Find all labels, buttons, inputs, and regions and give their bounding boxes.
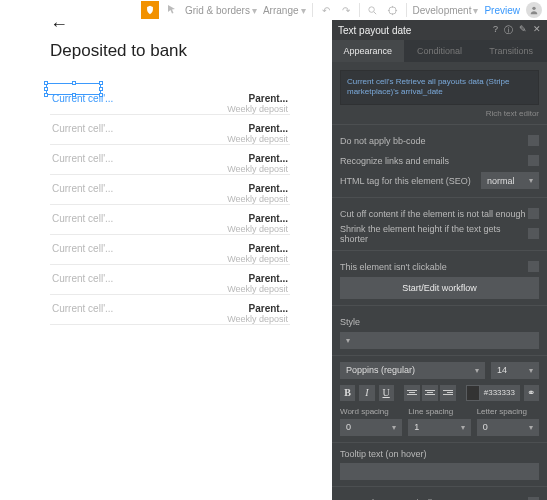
panel-header[interactable]: Text payout date ? ⓘ ✎ ✕: [332, 20, 547, 40]
divider: [332, 442, 547, 443]
checkbox-not-clickable[interactable]: [528, 261, 539, 272]
list-item-primary[interactable]: Parent...: [227, 303, 288, 314]
resize-handle-n[interactable]: [72, 81, 76, 85]
target-icon[interactable]: [386, 3, 400, 17]
divider: [332, 305, 547, 306]
divider: [332, 124, 547, 125]
list-item-left[interactable]: Current cell'...: [52, 183, 113, 194]
tab-conditional[interactable]: Conditional: [404, 40, 476, 62]
env-menu[interactable]: Development: [413, 5, 479, 16]
align-group: [404, 385, 456, 401]
checkbox-cutoff[interactable]: [528, 208, 539, 219]
label-no-bbcode: Do not apply bb-code: [340, 136, 426, 146]
color-hex-input[interactable]: #333333: [480, 385, 520, 401]
selection-outline[interactable]: [46, 83, 101, 95]
tab-transitions[interactable]: Transitions: [475, 40, 547, 62]
panel-title: Text payout date: [338, 25, 411, 36]
label-line-spacing: Line spacing: [408, 407, 470, 416]
list-item-left[interactable]: Current cell'...: [52, 273, 113, 284]
search-icon[interactable]: [366, 3, 380, 17]
workflow-button[interactable]: Start/Edit workflow: [340, 277, 539, 299]
label-tooltip: Tooltip text (on hover): [340, 449, 539, 459]
resize-handle-s[interactable]: [72, 93, 76, 97]
list-item-left[interactable]: Current cell'...: [52, 153, 113, 164]
editor-canvas: ← Deposited to bank Current cell'... Par…: [50, 14, 290, 325]
redo-icon[interactable]: ↷: [339, 3, 353, 17]
list-item-left[interactable]: Current cell'...: [52, 213, 113, 224]
list-item[interactable]: Current cell'... Parent...Weekly deposit: [50, 265, 290, 295]
list-item[interactable]: Current cell'... Parent...Weekly deposit: [50, 145, 290, 175]
list-item-primary[interactable]: Parent...: [227, 123, 288, 134]
list-item-left[interactable]: Current cell'...: [52, 303, 113, 314]
color-swatch[interactable]: [466, 385, 480, 401]
list-item-primary[interactable]: Parent...: [227, 153, 288, 164]
list-item-secondary: Weekly deposit: [227, 284, 288, 294]
italic-button[interactable]: I: [359, 385, 374, 401]
resize-handle-se[interactable]: [99, 93, 103, 97]
toolbar-sep: [312, 3, 313, 17]
checkbox-shrink[interactable]: [528, 228, 539, 239]
list-item-secondary: Weekly deposit: [227, 224, 288, 234]
rich-text-editor-link[interactable]: Rich text editor: [340, 109, 539, 118]
resize-handle-sw[interactable]: [44, 93, 48, 97]
close-icon[interactable]: ✕: [533, 24, 541, 37]
row-no-bbcode: Do not apply bb-code: [340, 131, 539, 151]
undo-icon[interactable]: ↶: [319, 3, 333, 17]
align-right-button[interactable]: [440, 385, 456, 401]
preview-link[interactable]: Preview: [484, 5, 520, 16]
panel-tabs: Appearance Conditional Transitions: [332, 40, 547, 62]
svg-point-0: [369, 6, 375, 12]
divider: [332, 355, 547, 356]
select-font-size[interactable]: 14: [491, 362, 539, 379]
align-center-button[interactable]: [422, 385, 438, 401]
info-icon[interactable]: ⓘ: [504, 24, 513, 37]
list-item-left[interactable]: Current cell'...: [52, 243, 113, 254]
row-html-tag: HTML tag for this element (SEO) normal: [340, 171, 539, 191]
select-style[interactable]: [340, 332, 539, 349]
tab-appearance[interactable]: Appearance: [332, 40, 404, 62]
color-field: #333333: [466, 385, 520, 401]
list-item-primary[interactable]: Parent...: [227, 243, 288, 254]
label-html-tag: HTML tag for this element (SEO): [340, 176, 471, 186]
resize-handle-w[interactable]: [44, 87, 48, 91]
row-cutoff: Cut off content if the element is not ta…: [340, 204, 539, 224]
underline-button[interactable]: U: [379, 385, 394, 401]
resize-handle-ne[interactable]: [99, 81, 103, 85]
user-avatar[interactable]: [526, 2, 542, 18]
back-button[interactable]: ←: [50, 14, 290, 35]
select-letter-spacing[interactable]: 0: [477, 419, 539, 436]
divider: [332, 250, 547, 251]
inspector-panel: Text payout date ? ⓘ ✎ ✕ Appearance Cond…: [332, 20, 547, 500]
list-item-primary[interactable]: Parent...: [227, 273, 288, 284]
resize-handle-nw[interactable]: [44, 81, 48, 85]
input-tooltip[interactable]: [340, 463, 539, 480]
list-item-secondary: Weekly deposit: [227, 194, 288, 204]
list-item[interactable]: Current cell'... Parent...Weekly deposit: [50, 235, 290, 265]
label-shrink: Shrink the element height if the text ge…: [340, 224, 528, 244]
list-item-primary[interactable]: Parent...: [227, 183, 288, 194]
list-item-left[interactable]: Current cell'...: [52, 123, 113, 134]
page-title[interactable]: Deposited to bank: [50, 41, 290, 61]
comment-icon[interactable]: ✎: [519, 24, 527, 37]
align-left-button[interactable]: [404, 385, 420, 401]
dynamic-expression[interactable]: Current cell's Retrieve all payouts data…: [340, 70, 539, 105]
list-item-primary[interactable]: Parent...: [227, 213, 288, 224]
select-word-spacing[interactable]: 0: [340, 419, 402, 436]
select-line-spacing[interactable]: 1: [408, 419, 470, 436]
list-item[interactable]: Current cell'... Parent...Weekly deposit: [50, 115, 290, 145]
link-icon[interactable]: ⚭: [524, 385, 539, 401]
checkbox-links-emails[interactable]: [528, 155, 539, 166]
checkbox-no-bbcode[interactable]: [528, 135, 539, 146]
list-item-secondary: Weekly deposit: [227, 164, 288, 174]
resize-handle-e[interactable]: [99, 87, 103, 91]
label-style: Style: [340, 317, 360, 327]
list-item[interactable]: Current cell'... Parent...Weekly deposit: [50, 205, 290, 235]
list-item[interactable]: Current cell'... Parent...Weekly deposit: [50, 175, 290, 205]
row-style: Style: [340, 312, 539, 332]
select-html-tag[interactable]: normal: [481, 172, 539, 189]
list-item-primary[interactable]: Parent...: [227, 93, 288, 104]
list-item[interactable]: Current cell'... Parent...Weekly deposit: [50, 295, 290, 325]
help-icon[interactable]: ?: [493, 24, 498, 37]
bold-button[interactable]: B: [340, 385, 355, 401]
select-font-family[interactable]: Poppins (regular): [340, 362, 485, 379]
